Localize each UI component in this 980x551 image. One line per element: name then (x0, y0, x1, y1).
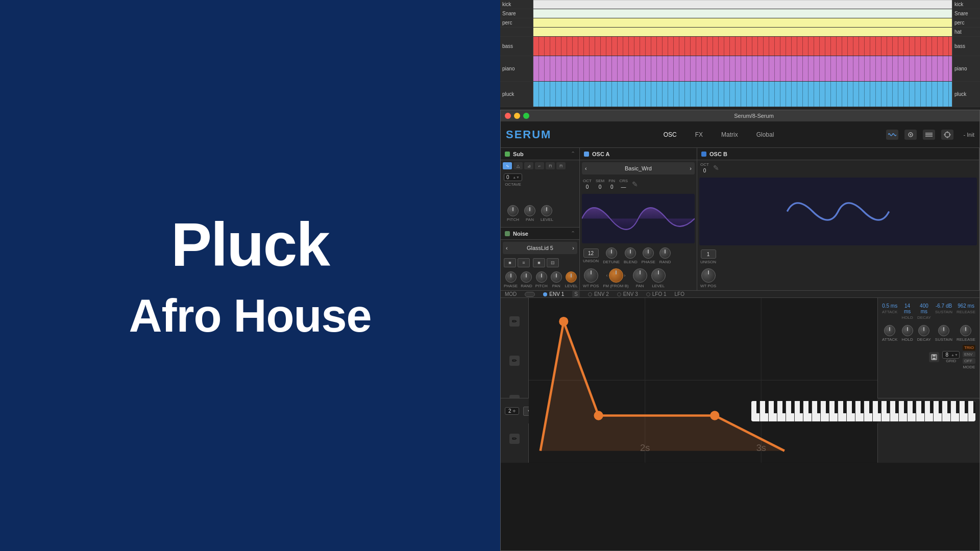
osc-a-level-knob[interactable] (651, 268, 666, 283)
off-btn[interactable]: OFF (963, 358, 975, 364)
env-tab-lfo[interactable]: LFO (675, 291, 684, 297)
env-attack-knob[interactable] (884, 325, 895, 336)
track-content-hat[interactable] (533, 28, 952, 36)
track-content-bass[interactable] (533, 37, 952, 56)
waveform-icon[interactable] (886, 130, 898, 140)
env-hold-group: 14 ms HOLD (901, 303, 913, 320)
osc-b-dot[interactable] (701, 152, 706, 157)
noise-btn1[interactable]: ■ (504, 258, 516, 267)
noise-collapse-icon[interactable]: ⌃ (571, 230, 575, 237)
env1-s-btn[interactable]: S (572, 291, 580, 297)
env-grid-counter[interactable]: 8 ▲▼ (942, 351, 959, 359)
env-tab-env1[interactable]: ENV 1 (543, 291, 564, 297)
maximize-button[interactable] (523, 113, 529, 119)
osc-a-rand-knob[interactable] (659, 247, 671, 259)
noise-preset-selector[interactable]: ‹ GlassLid 5 › (503, 242, 577, 254)
trig-btn[interactable]: TRIO (963, 345, 975, 350)
env-hold-knob-group: HOLD (901, 325, 913, 342)
master-oct-display[interactable]: 2 ÷ (505, 407, 519, 415)
noise-rand-knob[interactable] (521, 271, 532, 283)
osc-b-edit-icon[interactable]: ✎ (713, 164, 719, 172)
env-hold-knob[interactable] (902, 325, 913, 336)
osc-a-fm-next[interactable]: › (624, 273, 626, 278)
pencil-tool-4[interactable]: ✏ (509, 434, 520, 444)
osc-a-edit-icon[interactable]: ✎ (632, 180, 638, 188)
osc-a-blend-knob[interactable] (625, 247, 636, 259)
noise-enabled-dot[interactable] (505, 231, 510, 236)
menu-icon[interactable] (923, 130, 935, 140)
nav-tab-global[interactable]: Global (752, 129, 778, 140)
piano-keyboard[interactable] (751, 401, 975, 421)
env-left-tools: ✏ ✏ ✏ ✏ (501, 298, 529, 463)
osc-b-wtpos-knob[interactable] (701, 268, 716, 283)
noise-btn4[interactable]: ⊟ (547, 258, 559, 267)
nav-tab-osc[interactable]: OSC (659, 129, 681, 140)
noise-pan-knob[interactable] (551, 271, 562, 283)
noise-level-knob[interactable] (566, 271, 577, 283)
sub-collapse-icon[interactable]: ⌃ (571, 151, 575, 157)
nav-tab-fx[interactable]: FX (691, 129, 707, 140)
osc-b-panel: OSC B OCT 0 ✎ (697, 148, 979, 290)
nav-tab-matrix[interactable]: Matrix (717, 129, 742, 140)
osc-a-unison-group: 12 UNISON (583, 248, 599, 263)
env-sustain-knob[interactable] (938, 325, 949, 336)
track-label-bass: bass (500, 37, 533, 56)
osc-a-next-btn[interactable]: › (690, 165, 692, 171)
noise-phase-knob[interactable] (505, 271, 517, 283)
osc-a-dot[interactable] (584, 152, 589, 157)
noise-pitch-knob[interactable] (536, 271, 547, 283)
wave-ramp[interactable]: ⌐ (535, 162, 544, 169)
track-content-snare[interactable] (533, 9, 952, 18)
target-icon[interactable] (941, 130, 953, 140)
env-save-btn[interactable] (929, 352, 939, 362)
close-button[interactable] (505, 113, 511, 119)
wave-pulse[interactable]: ⊓ (556, 162, 566, 169)
osc-a-wtpos-knob[interactable] (584, 268, 598, 283)
noise-btn2[interactable]: ≡ (518, 258, 530, 267)
pencil-tool-2[interactable]: ✏ (509, 356, 520, 366)
grid-stepper[interactable]: ▲▼ (951, 353, 959, 357)
track-content-kick[interactable] (533, 0, 952, 9)
osc-a-level-group: LEVEL (651, 268, 666, 288)
sub-pan-knob[interactable] (524, 205, 535, 216)
env-tab-env2[interactable]: ENV 2 (588, 291, 609, 297)
sub-octave-val[interactable]: 0 ▲▼ (504, 173, 522, 181)
osc-a-phase-knob[interactable] (643, 247, 654, 259)
wave-sine[interactable]: ∿ (503, 162, 512, 169)
env-tab-lfo1[interactable]: LFO 1 (646, 291, 667, 297)
noise-prev-btn[interactable]: ‹ (506, 245, 508, 251)
minimize-button[interactable] (514, 113, 520, 119)
osc-a-fm-prev[interactable]: ‹ (606, 273, 608, 278)
env-tab-mod[interactable]: MOD (505, 291, 517, 297)
env-decay-label: DECAY (917, 315, 931, 320)
pencil-tool-1[interactable]: ✏ (509, 316, 520, 327)
noise-btn3[interactable]: ■ (533, 258, 545, 267)
wave-saw[interactable]: ⊿ (524, 162, 533, 169)
wave-tri[interactable]: △ (513, 162, 523, 169)
wave-square[interactable]: ⊓ (546, 162, 555, 169)
osc-sub-header: Sub ⌃ (501, 148, 579, 160)
osc-a-unison-counter[interactable]: 12 (583, 248, 599, 258)
osc-a-fm-knob[interactable] (609, 268, 623, 283)
osc-b-unison-counter[interactable]: 1 (701, 249, 716, 259)
env-toggle[interactable] (525, 292, 535, 297)
track-content-piano[interactable] (533, 56, 952, 81)
settings-icon[interactable] (904, 130, 917, 140)
noise-next-btn[interactable]: › (572, 245, 574, 251)
env-tab-env3[interactable]: ENV 3 (617, 291, 638, 297)
sub-level-knob[interactable] (541, 205, 552, 216)
osc-a-prev-btn[interactable]: ‹ (585, 165, 587, 171)
osc-a-pan-knob[interactable] (633, 268, 647, 283)
osc-a-waveform-selector[interactable]: ‹ Basic_Wrd › (582, 162, 695, 174)
track-content-perc[interactable] (533, 18, 952, 27)
track-label-perc: perc (500, 18, 533, 27)
octave-stepper[interactable]: ▲▼ (512, 176, 520, 179)
env-release-knob[interactable] (960, 325, 971, 336)
osc-a-detune-knob[interactable] (606, 247, 617, 259)
track-content-pluck[interactable] (533, 82, 952, 107)
osc-sub-panel: Sub ⌃ ∿ △ ⊿ ⌐ ⊓ ⊓ 0 ▲▼ (501, 148, 580, 290)
sub-pitch-knob[interactable] (507, 205, 519, 216)
env-btn[interactable]: ENV (963, 352, 975, 357)
sub-enabled-dot[interactable] (505, 152, 510, 157)
env-decay-knob[interactable] (918, 325, 929, 336)
